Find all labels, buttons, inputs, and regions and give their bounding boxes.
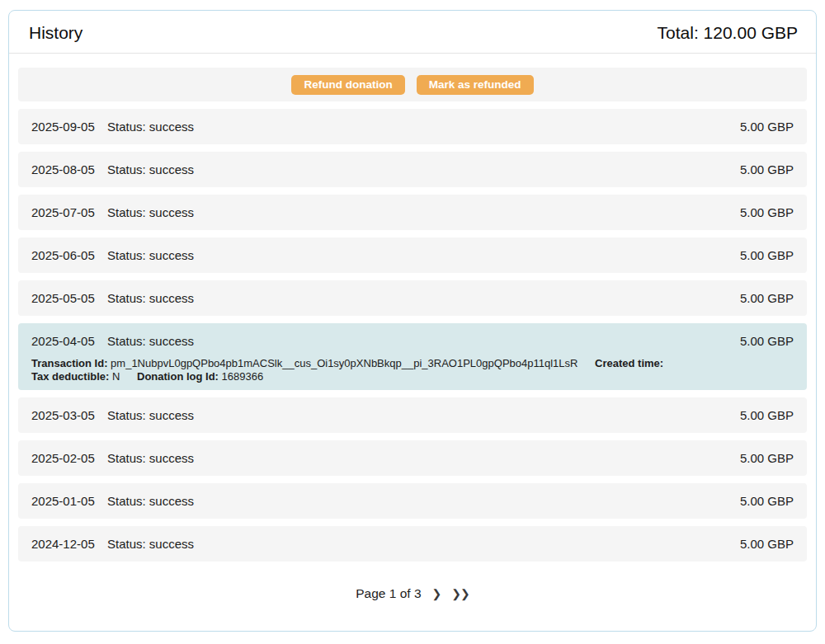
donation-amount: 5.00 GBP [740, 537, 794, 551]
next-page-icon[interactable]: ❯ [432, 587, 441, 600]
donation-status: Status: success [107, 408, 740, 422]
action-bar: Refund donation Mark as refunded [18, 68, 807, 101]
donation-log-id-field: Donation log Id: 1689366 [137, 370, 263, 383]
donation-status: Status: success [107, 451, 740, 465]
donation-date: 2025-09-05 [31, 120, 107, 134]
total-amount: Total: 120.00 GBP [658, 23, 798, 43]
transaction-id-field: Transaction Id: pm_1NubpvL0gpQPbo4pb1mAC… [31, 357, 578, 369]
donation-status: Status: success [107, 291, 740, 305]
page-indicator: Page 1 of 3 [356, 586, 421, 601]
donation-amount: 5.00 GBP [740, 334, 794, 348]
donation-date: 2025-01-05 [31, 494, 107, 508]
donation-row[interactable]: 2025-06-05 Status: success 5.00 GBP [18, 237, 807, 273]
donation-status: Status: success [107, 248, 740, 262]
donation-row[interactable]: 2025-02-05 Status: success 5.00 GBP [18, 440, 807, 476]
donation-status: Status: success [107, 334, 740, 348]
donation-row[interactable]: 2025-05-05 Status: success 5.00 GBP [18, 280, 807, 316]
donation-row[interactable]: 2024-12-05 Status: success 5.00 GBP [18, 526, 807, 562]
donation-row-expanded[interactable]: 2025-04-05 Status: success 5.00 GBP Tran… [18, 323, 807, 390]
donation-date: 2025-05-05 [31, 291, 107, 305]
donation-date: 2025-06-05 [31, 248, 107, 262]
donation-amount: 5.00 GBP [740, 205, 794, 219]
donation-details: Transaction Id: pm_1NubpvL0gpQPbo4pb1mAC… [31, 357, 794, 383]
donation-date: 2025-08-05 [31, 162, 107, 176]
donation-log-id-value: 1689366 [222, 370, 264, 383]
last-page-icon[interactable]: ❯❯ [451, 587, 469, 600]
donation-date: 2025-02-05 [31, 451, 107, 465]
donation-date: 2025-07-05 [31, 205, 107, 219]
created-time-label: Created time: [595, 357, 663, 369]
history-panel: History Total: 120.00 GBP Refund donatio… [8, 10, 817, 632]
refund-donation-button[interactable]: Refund donation [291, 75, 404, 95]
mark-as-refunded-button[interactable]: Mark as refunded [417, 75, 534, 95]
donation-amount: 5.00 GBP [740, 408, 794, 422]
donation-row[interactable]: 2025-08-05 Status: success 5.00 GBP [18, 152, 807, 187]
donation-status: Status: success [107, 120, 740, 134]
transaction-id-value: pm_1NubpvL0gpQPbo4pb1mACSlk__cus_Oi1sy0p… [111, 357, 578, 369]
donation-log-id-label: Donation log Id: [137, 370, 219, 383]
panel-header: History Total: 120.00 GBP [9, 11, 816, 54]
donation-row[interactable]: 2025-01-05 Status: success 5.00 GBP [18, 483, 807, 519]
donation-status: Status: success [107, 162, 740, 176]
donation-date: 2025-03-05 [31, 408, 107, 422]
created-time-field: Created time: [595, 357, 663, 369]
donation-amount: 5.00 GBP [740, 162, 794, 176]
donation-status: Status: success [107, 537, 740, 551]
donation-amount: 5.00 GBP [740, 494, 794, 508]
tax-deductible-label: Tax deductible: [31, 370, 109, 383]
transaction-id-label: Transaction Id: [31, 357, 107, 369]
tax-deductible-value: N [112, 370, 120, 383]
donation-status: Status: success [107, 494, 740, 508]
donation-amount: 5.00 GBP [740, 291, 794, 305]
pagination: Page 1 of 3 ❯ ❯❯ [18, 562, 807, 623]
donation-row[interactable]: 2025-09-05 Status: success 5.00 GBP [18, 109, 807, 144]
donation-date: 2024-12-05 [31, 537, 107, 551]
donation-amount: 5.00 GBP [740, 451, 794, 465]
donation-amount: 5.00 GBP [740, 248, 794, 262]
panel-body: Refund donation Mark as refunded 2025-09… [9, 54, 816, 623]
page-title: History [29, 23, 82, 43]
donation-row[interactable]: 2025-07-05 Status: success 5.00 GBP [18, 195, 807, 230]
donation-amount: 5.00 GBP [740, 120, 794, 134]
donation-status: Status: success [107, 205, 740, 219]
donation-date: 2025-04-05 [31, 334, 107, 348]
tax-deductible-field: Tax deductible: N [31, 370, 120, 383]
donation-row[interactable]: 2025-03-05 Status: success 5.00 GBP [18, 397, 807, 433]
